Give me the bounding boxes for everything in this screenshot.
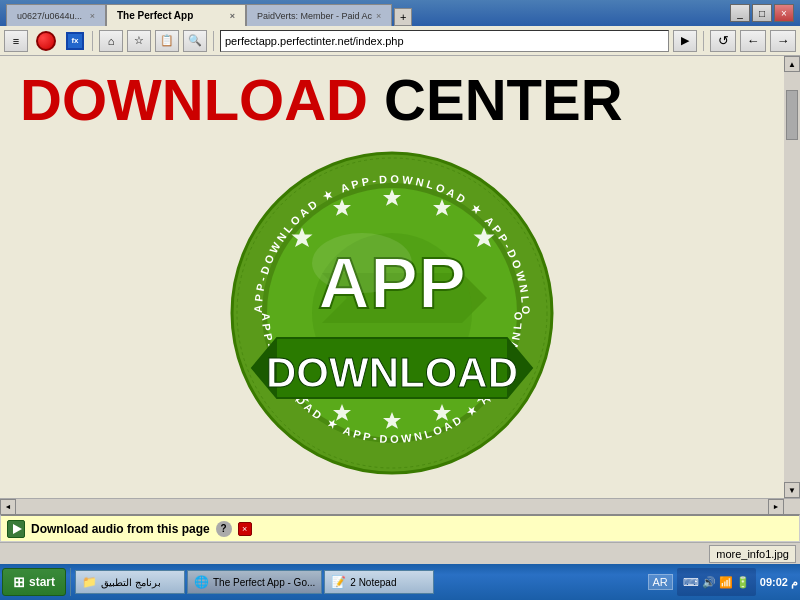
tab-area: u0627/u0644u... × The Perfect App × Paid… (6, 0, 730, 26)
start-label: start (29, 575, 55, 589)
status-bar-right: more_info1.jpg (709, 545, 796, 563)
svg-point-24 (312, 233, 412, 293)
taskbar-separator-1 (70, 568, 71, 596)
tab-1-close[interactable]: × (90, 11, 95, 21)
tray-icon-1: ⌨ (683, 576, 699, 589)
status-panel-right: more_info1.jpg (709, 545, 796, 563)
window-controls: _ □ × (730, 4, 794, 22)
forward-button[interactable]: ← (740, 30, 766, 52)
badge-svg: APP-DOWNLOAD ★ APP-DOWNLOAD ★ APP-DOWNLO… (222, 143, 562, 483)
task-3-label: 2 Notepad (350, 577, 396, 588)
page-heading: DOWNLOAD CENTER (20, 66, 764, 133)
bookmark-list[interactable]: 📋 (155, 30, 179, 52)
app-download-badge[interactable]: APP-DOWNLOAD ★ APP-DOWNLOAD ★ APP-DOWNLO… (20, 143, 764, 483)
download-audio-bar: Download audio from this page ? × (0, 514, 800, 542)
audio-close-button[interactable]: × (238, 522, 252, 536)
toolbar-divider-1 (92, 31, 93, 51)
vertical-scrollbar[interactable]: ▲ ▼ (784, 56, 800, 498)
taskbar: ⊞ start 📁 برنامج التطبيق 🌐 The Perfect A… (0, 564, 800, 600)
tab-3-label: PaidVerts: Member - Paid Ac (257, 11, 372, 21)
audio-label: Download audio from this page (31, 522, 210, 536)
task-1-label: برنامج التطبيق (101, 577, 161, 588)
address-bar[interactable] (220, 30, 669, 52)
title-bar: u0627/u0644u... × The Perfect App × Paid… (0, 0, 800, 26)
scroll-down-button[interactable]: ▼ (784, 482, 800, 498)
reload-button[interactable]: → (770, 30, 796, 52)
audio-help-button[interactable]: ? (216, 521, 232, 537)
toolbar-divider-2 (213, 31, 214, 51)
search-button[interactable]: 🔍 (183, 30, 207, 52)
tab-1[interactable]: u0627/u0644u... × (6, 4, 106, 26)
address-input[interactable] (225, 35, 664, 47)
taskbar-task-1[interactable]: 📁 برنامج التطبيق (75, 570, 185, 594)
task-3-icon: 📝 (331, 575, 346, 589)
clock: 09:02 م (760, 576, 798, 589)
windows-logo: ⊞ (13, 574, 25, 590)
page-content: DOWNLOAD CENTER (0, 56, 784, 498)
scroll-up-button[interactable]: ▲ (784, 56, 800, 72)
home-button[interactable]: ⌂ (99, 30, 123, 52)
audio-play-button[interactable] (7, 520, 25, 538)
bookmark-star[interactable]: ☆ (127, 30, 151, 52)
taskbar-task-2[interactable]: 🌐 The Perfect App - Go... (187, 570, 322, 594)
download-red-text: DOWNLOAD (20, 67, 368, 132)
download-black-text: CENTER (368, 67, 623, 132)
status-filename: more_info1.jpg (716, 548, 789, 560)
taskbar-task-3[interactable]: 📝 2 Notepad (324, 570, 434, 594)
task-1-icon: 📁 (82, 575, 97, 589)
tab-3[interactable]: PaidVerts: Member - Paid Ac × (246, 4, 392, 26)
browser-icon (32, 30, 60, 52)
horizontal-scrollbar: ◄ ► (0, 498, 800, 514)
language-button[interactable]: AR (648, 574, 673, 590)
tab-1-label: u0627/u0644u... (17, 11, 82, 21)
svg-text:DOWNLOAD: DOWNLOAD (266, 349, 518, 396)
close-button[interactable]: × (774, 4, 794, 22)
tray-icon-2: 🔊 (702, 576, 716, 589)
scroll-left-button[interactable]: ◄ (0, 499, 16, 515)
play-icon (13, 524, 22, 534)
logo-icon: fx (64, 30, 86, 52)
tray-icon-3: 📶 (719, 576, 733, 589)
maximize-button[interactable]: □ (752, 4, 772, 22)
task-2-icon: 🌐 (194, 575, 209, 589)
tab-3-close[interactable]: × (376, 11, 381, 21)
tray-icon-4: 🔋 (736, 576, 750, 589)
scroll-thumb[interactable] (786, 90, 798, 140)
scroll-right-button[interactable]: ► (768, 499, 784, 515)
start-button[interactable]: ⊞ start (2, 568, 66, 596)
tab-2-close[interactable]: × (230, 11, 235, 21)
tab-2[interactable]: The Perfect App × (106, 4, 246, 26)
tab-2-label: The Perfect App (117, 10, 193, 21)
back-button[interactable]: ↺ (710, 30, 736, 52)
toolbar-divider-3 (703, 31, 704, 51)
taskbar-right: AR ⌨ 🔊 📶 🔋 09:02 م (648, 568, 798, 596)
menu-button[interactable]: ≡ (4, 30, 28, 52)
minimize-button[interactable]: _ (730, 4, 750, 22)
go-button[interactable]: ▶ (673, 30, 697, 52)
status-bar: more_info1.jpg (0, 542, 800, 564)
new-tab-button[interactable]: + (394, 8, 412, 26)
toolbar: ≡ fx ⌂ ☆ 📋 🔍 ▶ ↺ ← → (0, 26, 800, 56)
system-tray: ⌨ 🔊 📶 🔋 (677, 568, 756, 596)
task-2-label: The Perfect App - Go... (213, 577, 315, 588)
